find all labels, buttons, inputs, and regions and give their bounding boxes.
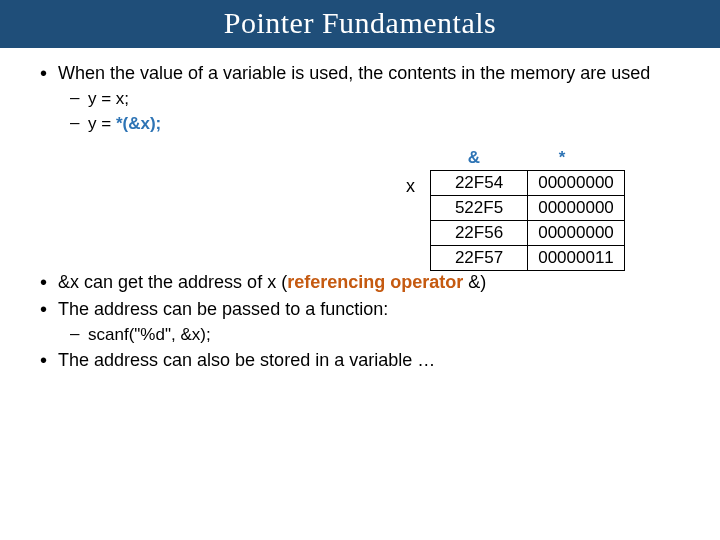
cell-addr: 22F56 <box>431 221 528 246</box>
sublist-2: scanf("%d", &x); <box>58 324 684 346</box>
sub-deref-pre: y = <box>88 114 116 133</box>
bullet-list-bottom: &x can get the address of x (referencing… <box>36 271 684 373</box>
bullet-contents-text: When the value of a variable is used, th… <box>58 63 650 83</box>
addr-text-ref: referencing operator <box>287 272 468 292</box>
memory-table: 22F5400000000 522F500000000 22F560000000… <box>430 170 625 271</box>
sub-deref-star: *(&x); <box>116 114 161 133</box>
slide-title: Pointer Fundamentals <box>0 0 720 48</box>
bullet-addressof: &x can get the address of x (referencing… <box>36 271 684 294</box>
pass-text: The address can be passed to a function: <box>58 299 388 319</box>
addr-text-3: &) <box>468 272 486 292</box>
bullet-list-top: When the value of a variable is used, th… <box>36 62 684 135</box>
cell-addr: 22F57 <box>431 246 528 271</box>
col-value-symbol: * <box>518 148 606 168</box>
x-pointer-label: x <box>406 176 415 197</box>
sub-yx: y = x; <box>58 88 684 110</box>
cell-addr: 22F54 <box>431 171 528 196</box>
cell-val: 00000000 <box>528 221 625 246</box>
table-row: 22F5600000000 <box>431 221 625 246</box>
cell-val: 00000000 <box>528 196 625 221</box>
sub-deref: y = *(&x); <box>58 113 684 135</box>
memory-table-wrap: & * x 22F5400000000 522F500000000 22F560… <box>430 148 625 271</box>
addr-text-1: &x can get the address of x ( <box>58 272 287 292</box>
bullet-pass: The address can be passed to a function:… <box>36 298 684 346</box>
sublist-1: y = x; y = *(&x); <box>58 88 684 135</box>
bullet-contents: When the value of a variable is used, th… <box>36 62 684 135</box>
bullet-store: The address can also be stored in a vari… <box>36 349 684 372</box>
col-address-symbol: & <box>430 148 518 168</box>
slide: Pointer Fundamentals When the value of a… <box>0 0 720 540</box>
cell-addr: 522F5 <box>431 196 528 221</box>
slide-body: When the value of a variable is used, th… <box>0 48 720 135</box>
sub-scanf: scanf("%d", &x); <box>58 324 684 346</box>
cell-val: 00000011 <box>528 246 625 271</box>
table-row: 22F5400000000 <box>431 171 625 196</box>
cell-val: 00000000 <box>528 171 625 196</box>
table-row: 22F5700000011 <box>431 246 625 271</box>
lower-bullets: &x can get the address of x (referencing… <box>0 257 720 373</box>
table-row: 522F500000000 <box>431 196 625 221</box>
memory-table-header: & * <box>430 148 625 168</box>
